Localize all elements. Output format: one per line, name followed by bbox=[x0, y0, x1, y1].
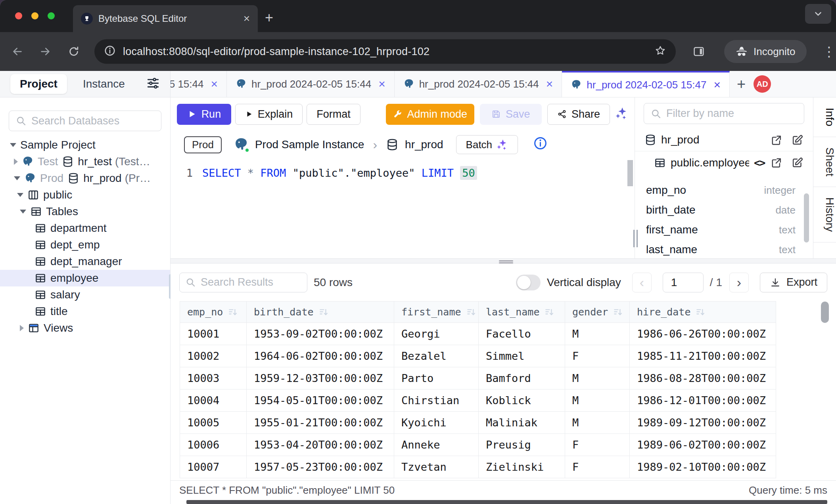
table-cell[interactable]: 1986-12-01T00:00:00Z bbox=[630, 389, 776, 412]
tab-instance[interactable]: Instance bbox=[73, 74, 134, 94]
table-cell[interactable]: 1986-06-26T00:00:00Z bbox=[630, 323, 776, 345]
table-cell[interactable]: Kyoichi bbox=[394, 412, 479, 434]
table-cell[interactable]: 1959-12-03T00:00:00Z bbox=[247, 367, 394, 389]
minimize-window-button[interactable] bbox=[31, 12, 38, 19]
connection-info-button[interactable] bbox=[533, 136, 548, 153]
table-cell[interactable]: 1957-05-23T00:00:00Z bbox=[247, 456, 394, 478]
table-cell[interactable]: Facello bbox=[479, 323, 565, 345]
schema-filter-input[interactable]: Filter by name bbox=[644, 103, 804, 124]
side-tab[interactable]: Sheet bbox=[813, 137, 836, 187]
sort-icon[interactable] bbox=[695, 307, 706, 317]
sort-icon[interactable] bbox=[544, 307, 554, 317]
table-cell[interactable]: 10007 bbox=[180, 456, 247, 478]
bookmark-star-icon[interactable] bbox=[654, 45, 666, 58]
table-cell[interactable]: Bamford bbox=[479, 367, 565, 389]
prev-page-button[interactable]: ‹ bbox=[632, 273, 652, 292]
table-cell[interactable]: 1964-06-02T00:00:00Z bbox=[247, 345, 394, 367]
tree-chevron-icon[interactable] bbox=[10, 143, 16, 147]
maximize-window-button[interactable] bbox=[48, 12, 55, 19]
horizontal-splitter[interactable] bbox=[171, 258, 836, 263]
table-cell[interactable]: 10004 bbox=[180, 389, 247, 412]
next-page-button[interactable]: › bbox=[729, 273, 749, 292]
tree-item[interactable]: Tables bbox=[0, 203, 170, 220]
close-worksheet-icon[interactable]: × bbox=[546, 77, 553, 91]
tree-item[interactable]: title bbox=[0, 303, 170, 320]
column-row[interactable]: first_name text bbox=[635, 220, 813, 240]
column-header[interactable]: emp_no bbox=[180, 302, 247, 323]
open-external-icon[interactable] bbox=[770, 157, 782, 169]
ai-assistant-button[interactable] bbox=[615, 107, 628, 122]
browser-tab[interactable]: Bytebase SQL Editor × bbox=[73, 5, 258, 32]
table-cell[interactable]: 1989-06-02T00:00:00Z bbox=[630, 434, 776, 456]
table-cell[interactable]: 1954-05-01T00:00:00Z bbox=[247, 389, 394, 412]
table-cell[interactable]: Zielinski bbox=[479, 456, 565, 478]
worksheet-tab[interactable]: hr_prod 2024-02-05 15:47 × bbox=[562, 71, 730, 97]
site-info-icon[interactable] bbox=[104, 45, 116, 58]
table-cell[interactable]: 10002 bbox=[180, 345, 247, 367]
results-search-input[interactable]: Search Results bbox=[179, 273, 307, 292]
table-cell[interactable]: Bezalel bbox=[394, 345, 479, 367]
page-input[interactable]: 1 bbox=[663, 273, 704, 292]
table-cell[interactable]: M bbox=[565, 323, 630, 345]
explain-button[interactable]: Explain bbox=[235, 104, 303, 125]
tree-item[interactable]: Test hr_test (Test… bbox=[0, 153, 170, 170]
share-button[interactable]: Share bbox=[547, 104, 610, 125]
back-button[interactable] bbox=[9, 43, 26, 60]
table-row[interactable]: 100061953-04-20T00:00:00ZAnnekePreusigF1… bbox=[180, 434, 776, 456]
database-search-input[interactable]: Search Databases bbox=[9, 111, 161, 131]
table-cell[interactable]: 10005 bbox=[180, 412, 247, 434]
tab-search-button[interactable] bbox=[805, 4, 831, 24]
run-button[interactable]: Run bbox=[177, 104, 231, 125]
table-cell[interactable]: 1986-08-28T00:00:00Z bbox=[630, 367, 776, 389]
batch-button[interactable]: Batch bbox=[456, 135, 518, 154]
open-external-icon[interactable] bbox=[770, 134, 782, 146]
schema-scrollbar[interactable] bbox=[804, 193, 809, 242]
table-cell[interactable]: Georgi bbox=[394, 323, 479, 345]
table-cell[interactable]: 1989-02-10T00:00:00Z bbox=[630, 456, 776, 478]
url-text[interactable]: localhost:8080/sql-editor/prod-sample-in… bbox=[123, 46, 647, 58]
close-worksheet-icon[interactable]: × bbox=[713, 78, 721, 92]
tree-item[interactable]: Views bbox=[0, 320, 170, 336]
column-header[interactable]: birth_date bbox=[247, 302, 394, 323]
browser-menu-button[interactable]: ⋮ bbox=[823, 44, 836, 59]
window-controls[interactable] bbox=[15, 12, 55, 19]
table-cell[interactable]: F bbox=[565, 456, 630, 478]
tree-item[interactable]: department bbox=[0, 220, 170, 237]
database-name[interactable]: hr_prod bbox=[405, 138, 443, 151]
close-worksheet-icon[interactable]: × bbox=[211, 77, 218, 91]
format-button[interactable]: Format bbox=[307, 104, 360, 125]
sort-icon[interactable] bbox=[228, 307, 238, 317]
results-table[interactable]: emp_nobirth_datefirst_namelast_namegende… bbox=[180, 301, 776, 478]
tree-item[interactable]: Prod hr_prod (Pr… bbox=[0, 170, 170, 187]
table-cell[interactable]: 10006 bbox=[180, 434, 247, 456]
tab-project[interactable]: Project bbox=[10, 74, 67, 94]
side-panel-button[interactable] bbox=[690, 43, 708, 60]
vertical-display-toggle[interactable] bbox=[516, 275, 541, 290]
reload-button[interactable] bbox=[65, 43, 82, 60]
tree-item[interactable]: dept_emp bbox=[0, 237, 170, 253]
worksheet-tab[interactable]: 5 15:44 × bbox=[171, 71, 227, 97]
close-window-button[interactable] bbox=[15, 12, 22, 19]
table-cell[interactable]: 1985-11-21T00:00:00Z bbox=[630, 345, 776, 367]
column-header[interactable]: hire_date bbox=[630, 302, 776, 323]
table-cell[interactable]: 1955-01-21T00:00:00Z bbox=[247, 412, 394, 434]
table-cell[interactable]: 1953-09-02T00:00:00Z bbox=[247, 323, 394, 345]
close-tab-icon[interactable]: × bbox=[244, 12, 250, 25]
sql-editor[interactable]: 1 SELECT * FROM "public"."employee" LIMI… bbox=[171, 158, 635, 258]
column-row[interactable]: emp_no integer bbox=[635, 180, 813, 200]
table-cell[interactable]: Preusig bbox=[479, 434, 565, 456]
table-cell[interactable]: M bbox=[565, 412, 630, 434]
tree-chevron-icon[interactable] bbox=[14, 176, 20, 180]
tree-item[interactable]: salary bbox=[0, 286, 170, 303]
schema-database-row[interactable]: hr_prod bbox=[635, 129, 813, 151]
address-bar[interactable]: localhost:8080/sql-editor/prod-sample-in… bbox=[94, 39, 676, 64]
tree-item[interactable]: dept_manager bbox=[0, 253, 170, 270]
table-cell[interactable]: F bbox=[565, 434, 630, 456]
column-header[interactable]: gender bbox=[565, 302, 630, 323]
sort-icon[interactable] bbox=[318, 307, 329, 317]
table-cell[interactable]: Koblick bbox=[479, 389, 565, 412]
table-cell[interactable]: Chirstian bbox=[394, 389, 479, 412]
edit-icon[interactable] bbox=[791, 134, 803, 146]
schema-table-row[interactable]: public.employee <> bbox=[635, 151, 813, 174]
table-cell[interactable]: Parto bbox=[394, 367, 479, 389]
